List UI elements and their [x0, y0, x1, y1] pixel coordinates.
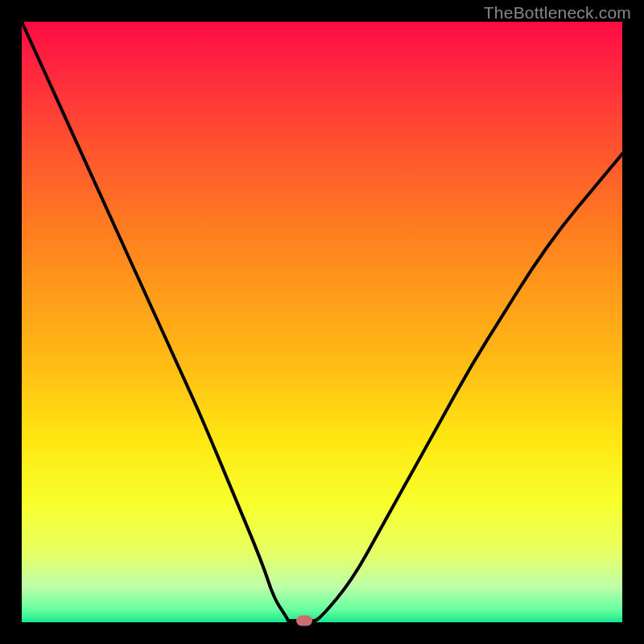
watermark-text: TheBottleneck.com — [484, 3, 631, 23]
chart-frame: TheBottleneck.com — [0, 0, 644, 644]
minimum-marker — [296, 616, 312, 626]
bottleneck-curve — [22, 22, 622, 622]
chart-plot-area — [22, 22, 622, 622]
